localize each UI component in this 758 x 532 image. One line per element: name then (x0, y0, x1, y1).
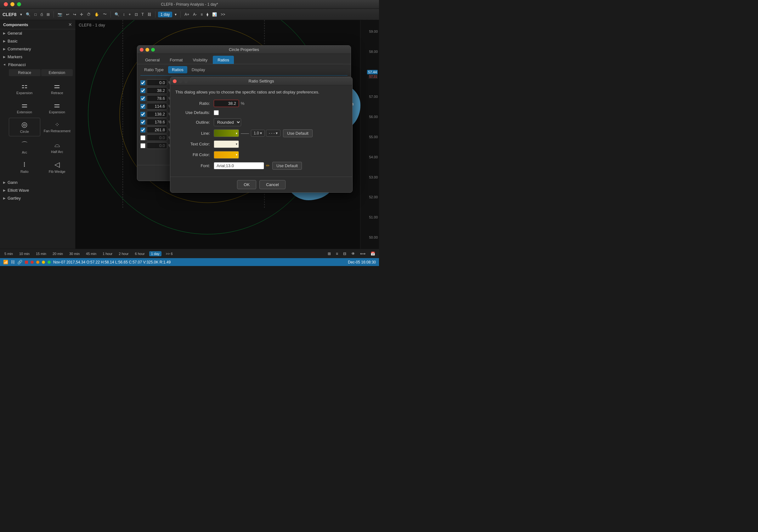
text-color-button[interactable]: ▾ (214, 140, 239, 148)
subtab-ratio-type[interactable]: Ratio Type (140, 66, 167, 73)
ratio-cancel-button[interactable]: Cancel (259, 180, 285, 189)
timeframe-dropdown[interactable]: ▾ (173, 12, 178, 17)
zoom-icon[interactable]: 🔍 (113, 12, 121, 17)
sidebar-item-elliott[interactable]: ▶ Elliott Wave (0, 186, 75, 194)
ratio-value-input[interactable] (214, 100, 239, 107)
font-size-up[interactable]: A+ (183, 12, 190, 17)
font-input[interactable] (214, 162, 264, 169)
line-color-button[interactable]: ▾ (214, 129, 239, 137)
timeframe-45min[interactable]: 45 min (84, 251, 98, 256)
maximize-button[interactable] (17, 2, 21, 6)
ratio-check-1[interactable] (140, 80, 146, 85)
sidebar-item-general[interactable]: ▶ General (0, 29, 75, 37)
chart-expand-icon[interactable]: ⟺ (359, 251, 367, 257)
clock-icon[interactable]: ⏱ (86, 12, 92, 17)
ratio-check-2[interactable] (140, 88, 146, 93)
tab-format[interactable]: Format (165, 56, 187, 64)
ratio-check-4[interactable] (140, 104, 146, 109)
ratio-input-1[interactable] (147, 79, 167, 86)
layout-select[interactable]: ≡ (199, 12, 204, 17)
timeframe-20min[interactable]: 20 min (51, 251, 65, 256)
ratio-input-4[interactable] (147, 103, 167, 110)
sidebar-item-basic[interactable]: ▶ Basic (0, 37, 75, 45)
tab-ratios[interactable]: Ratios (213, 56, 234, 64)
extension-btn[interactable]: Extension (41, 69, 73, 76)
chart-tools-icon[interactable]: ⊞ (327, 251, 332, 257)
timeframe-1hour[interactable]: 1 hour (101, 251, 114, 256)
ratio-ok-button[interactable]: OK (237, 180, 256, 189)
timeframe-more[interactable]: >> 6 (164, 251, 175, 256)
ratio-dialog-close-button[interactable] (173, 79, 177, 83)
monitor-icon[interactable]: ⊡ (133, 12, 139, 17)
line-style-button[interactable]: - - - ▾ (266, 130, 281, 137)
text-icon[interactable]: T (140, 12, 145, 17)
extension-tool[interactable]: ⚌ Extension (9, 98, 40, 117)
timeframe-2hour[interactable]: 2 hour (117, 251, 130, 256)
sidebar-item-commentary[interactable]: ▶ Commentary (0, 45, 75, 53)
circle-tool[interactable]: ◎ Circle (9, 118, 40, 136)
retrace-tool[interactable]: ⚌ Retrace (42, 79, 73, 97)
ratio-input-5[interactable] (147, 111, 167, 118)
use-defaults-checkbox[interactable] (214, 110, 219, 115)
line-use-default-button[interactable]: Use Default (283, 129, 313, 137)
bar-chart[interactable]: 📊 (211, 12, 218, 17)
ratio-input-6[interactable] (147, 119, 167, 125)
arc-tool[interactable]: ⌒ Arc (9, 138, 40, 157)
ratio-dialog-max-button[interactable] (184, 79, 188, 83)
chart-settings-icon[interactable]: ≡ (335, 251, 339, 257)
line-thickness-button[interactable]: 1.0 ▾ (251, 130, 265, 137)
timeframe-1day[interactable]: 1 day (149, 251, 161, 256)
fan-retracement-tool[interactable]: ⁘ Fan Retracement (42, 118, 73, 136)
timeframe-button[interactable]: 1 day (158, 12, 172, 17)
crosshair-icon[interactable]: ✛ (79, 12, 85, 17)
outline-select[interactable]: Rounded Square None (214, 118, 241, 126)
ratio-input-7[interactable] (147, 126, 167, 133)
new-window-icon[interactable]: □ (33, 12, 38, 17)
timeframe-15min[interactable]: 15 min (34, 251, 48, 256)
ratio-tool[interactable]: ⁞ Ratio (9, 158, 40, 176)
expansion-tool-1[interactable]: ⚏ Expansion (9, 79, 40, 97)
ratio-settings-dialog[interactable]: Ratio Settings This dialog allows you to… (170, 77, 353, 193)
minimize-button[interactable] (10, 2, 15, 6)
chart-type[interactable]: ⧫ (205, 12, 210, 17)
subtab-ratios[interactable]: Ratios (168, 66, 187, 73)
ratio-check-5[interactable] (140, 112, 146, 117)
sidebar-item-gartley[interactable]: ▶ Gartley (0, 194, 75, 202)
ratio-input-9[interactable] (147, 142, 167, 149)
close-button[interactable] (4, 2, 8, 6)
half-arc-tool[interactable]: ⌓ Half Arc (42, 138, 73, 157)
camera-icon[interactable]: 📷 (56, 12, 64, 17)
subtab-display[interactable]: Display (188, 66, 209, 73)
timeframe-10min[interactable]: 10 min (17, 251, 31, 256)
more-icon[interactable]: >> (220, 12, 226, 17)
ratio-input-2[interactable] (147, 87, 167, 94)
print-icon[interactable]: ⎙ (39, 12, 44, 17)
sidebar-close-button[interactable]: ✕ (68, 22, 72, 27)
tab-general[interactable]: General (140, 56, 164, 64)
dialog-close-button[interactable] (140, 48, 144, 52)
ratio-dialog-min-button[interactable] (179, 79, 182, 83)
ratio-input-8[interactable] (147, 134, 167, 141)
ratio-input-3[interactable] (147, 95, 167, 102)
font-size-down[interactable]: A- (192, 12, 198, 17)
search-icon[interactable]: 🔍 (24, 12, 32, 17)
ratio-check-6[interactable] (140, 120, 146, 124)
sidebar-item-markers[interactable]: ▶ Markers (0, 53, 75, 61)
retrace-btn[interactable]: Retrace (9, 69, 41, 76)
sidebar-item-fibonacci[interactable]: ▼ Fibonacci (0, 61, 75, 69)
plus-icon[interactable]: + (127, 12, 132, 17)
ratio-check-9[interactable] (140, 143, 146, 148)
tab-visibility[interactable]: Visibility (188, 56, 212, 64)
layout-icon[interactable]: ⊞ (45, 12, 51, 17)
timeframe-5min[interactable]: 5 min (3, 251, 15, 256)
chart-view-icon[interactable]: 👁 (350, 251, 356, 257)
symbol-dropdown[interactable]: ▾ (19, 12, 23, 17)
hand-icon[interactable]: ✋ (93, 12, 100, 17)
sidebar-item-gann[interactable]: ▶ Gann (0, 178, 75, 186)
font-use-default-button[interactable]: Use Default (272, 162, 302, 170)
link-icon[interactable]: ⛓ (146, 12, 153, 17)
pointer-icon[interactable]: ↕ (122, 12, 126, 17)
timeframe-6hour[interactable]: 6 hour (133, 251, 146, 256)
fib-wedge-tool[interactable]: ◁ Fib Wedge (42, 158, 73, 176)
chart-calendar-icon[interactable]: 📅 (369, 251, 376, 257)
